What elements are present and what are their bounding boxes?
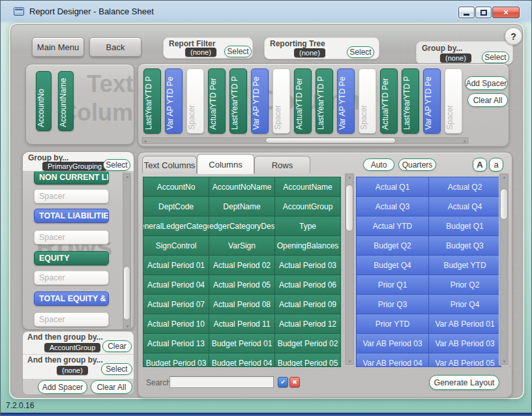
columns-scrollbar[interactable]: ◄ ► — [141, 136, 469, 145]
back-button[interactable]: Back — [89, 37, 141, 57]
group-by-top-select-button[interactable]: Select — [482, 52, 509, 63]
period-field-button[interactable]: Actual YTD — [357, 216, 428, 235]
scroll-down-icon[interactable]: ▼ — [502, 359, 507, 364]
column-field-button[interactable]: Type — [275, 216, 340, 235]
period-field-button[interactable]: Prior Q3 — [357, 295, 428, 314]
period-field-button[interactable]: Budget Q3 — [429, 236, 501, 255]
then-group-2-select-button[interactable]: Select — [101, 363, 132, 375]
scroll-down-icon[interactable]: ▼ — [125, 324, 130, 329]
period-field-button[interactable]: Actual Q3 — [357, 197, 428, 216]
text-column-chip[interactable]: AccountNo — [36, 71, 52, 131]
column-field-button[interactable]: GeneralLedgerCategory — [143, 216, 209, 235]
column-chip[interactable]: LastYearYTD P — [143, 68, 161, 134]
column-chip[interactable]: Var AP YTD Pe — [251, 68, 269, 134]
group-by-select-button[interactable]: Select — [103, 159, 130, 171]
column-field-button[interactable]: Actual Period 06 — [275, 275, 340, 294]
column-field-button[interactable]: Actual Period 05 — [209, 275, 274, 294]
minimize-button[interactable] — [458, 7, 475, 18]
row-group-chip[interactable]: TOTAL EQUITY & LI — [34, 291, 109, 306]
scroll-up-icon[interactable]: ▲ — [125, 174, 130, 179]
period-field-button[interactable]: Prior Q2 — [429, 275, 501, 294]
scroll-up-icon[interactable]: ▲ — [347, 175, 352, 179]
column-field-button[interactable]: Budget Period 03 — [143, 353, 209, 367]
column-field-button[interactable]: Actual Period 08 — [209, 295, 274, 314]
column-field-button[interactable]: AccountNo — [143, 177, 209, 196]
close-button[interactable]: ✕ — [492, 7, 520, 18]
spacer-chip[interactable]: Spacer — [273, 68, 290, 134]
tab-text-columns[interactable]: Text Columns — [142, 156, 197, 173]
period-field-button[interactable]: Budget Q4 — [357, 256, 428, 275]
tab-columns[interactable]: Columns — [197, 154, 254, 174]
column-field-button[interactable]: LedgerCategoryDesc — [209, 216, 274, 235]
fields-scrollbar-thumb[interactable] — [346, 185, 353, 231]
column-field-button[interactable]: Actual Period 02 — [209, 256, 274, 275]
spacer-chip[interactable]: Spacer — [445, 68, 462, 134]
column-chip[interactable]: LastYearYTD P — [229, 68, 247, 134]
column-field-button[interactable]: Budget Period 05 — [275, 353, 340, 367]
period-field-button[interactable]: Var AB Period 03 — [429, 334, 501, 353]
report-filter-select-button[interactable]: Select — [224, 46, 252, 57]
search-clear-button[interactable]: ✖ — [289, 377, 300, 387]
column-field-button[interactable]: Actual Period 09 — [275, 295, 340, 314]
spacer-chip[interactable]: Spacer — [34, 271, 109, 285]
column-chip[interactable]: Var AP YTD Pe — [423, 68, 441, 134]
column-field-button[interactable]: AccountName — [275, 177, 340, 196]
rows-scrollbar-thumb[interactable] — [123, 266, 130, 320]
column-field-button[interactable]: Actual Period 12 — [275, 314, 340, 333]
row-group-chip[interactable]: TOTAL LIABILITIES — [34, 209, 109, 223]
tab-rows[interactable]: Rows — [254, 156, 310, 173]
scroll-down-icon[interactable]: ▼ — [347, 359, 352, 364]
reporting-tree-select-button[interactable]: Select — [347, 46, 374, 58]
fields-scrollbar[interactable]: ▲ ▼ — [344, 173, 355, 366]
column-field-button[interactable]: AccountGroup — [275, 197, 340, 216]
spacer-chip[interactable]: Spacer — [34, 189, 109, 203]
column-field-button[interactable]: VarSign — [209, 236, 274, 255]
column-chip[interactable]: LastYearYTD P — [402, 68, 419, 134]
columns-clear-all-button[interactable]: Clear All — [467, 93, 508, 107]
rows-add-spacer-button[interactable]: Add Spacer — [38, 380, 87, 394]
column-field-button[interactable]: Budget Period 02 — [275, 334, 340, 353]
period-field-button[interactable]: Var AB Period 04 — [357, 353, 428, 367]
period-field-button[interactable]: Actual Q1 — [357, 177, 428, 196]
period-field-button[interactable]: Budget Q1 — [429, 216, 501, 235]
column-field-button[interactable]: DeptCode — [143, 197, 209, 216]
search-input[interactable] — [170, 376, 274, 388]
periods-scrollbar-thumb[interactable] — [500, 188, 508, 220]
column-chip[interactable]: LastYearYTD P — [316, 68, 333, 134]
help-button[interactable]: ? — [505, 27, 522, 45]
rows-scrollbar[interactable]: ▲ ▼ — [122, 172, 132, 330]
column-field-button[interactable]: Budget Period 01 — [209, 334, 274, 353]
period-field-button[interactable]: Var AB Period 05 — [429, 353, 501, 367]
column-field-button[interactable]: Actual Period 04 — [143, 275, 209, 294]
period-field-button[interactable]: Prior Q1 — [357, 275, 428, 294]
period-field-button[interactable]: Prior YTD — [357, 314, 428, 333]
column-field-button[interactable]: Actual Period 03 — [275, 256, 340, 275]
row-group-chip[interactable]: EQUITY — [34, 251, 109, 265]
column-field-button[interactable]: DeptName — [209, 197, 274, 216]
spacer-chip[interactable]: Spacer — [34, 312, 109, 327]
scroll-up-icon[interactable]: ▲ — [502, 175, 507, 179]
uppercase-button[interactable]: A — [473, 158, 487, 171]
scroll-right-icon[interactable]: ► — [463, 139, 467, 143]
spacer-chip[interactable]: Spacer — [34, 230, 109, 245]
column-field-button[interactable]: AccountNoName — [209, 177, 274, 196]
auto-button[interactable]: Auto — [363, 158, 394, 171]
column-chip[interactable]: ActualYTD Per — [208, 68, 226, 134]
rows-clear-all-button[interactable]: Clear All — [91, 380, 132, 394]
row-group-chip[interactable]: NON CURRENT LIA — [34, 170, 109, 185]
period-field-button[interactable]: Budget Q2 — [357, 236, 428, 255]
then-group-1-clear-button[interactable]: Clear — [102, 340, 132, 352]
spacer-chip[interactable]: Spacer — [186, 68, 204, 134]
period-field-button[interactable]: Actual Q2 — [429, 177, 501, 196]
period-field-button[interactable]: Var AB Period 03 — [357, 334, 428, 353]
column-field-button[interactable]: Actual Period 07 — [143, 295, 209, 314]
column-chip[interactable]: ActualYTD Per — [380, 68, 398, 134]
generate-layout-button[interactable]: Generate Layout — [429, 375, 499, 390]
column-field-button[interactable]: Actual Period 01 — [143, 256, 209, 275]
period-field-button[interactable]: Var AB Period 01 — [429, 314, 501, 333]
quarters-button[interactable]: Quarters — [398, 158, 436, 171]
columns-scrollbar-thumb[interactable] — [265, 138, 396, 143]
column-field-button[interactable]: Actual Period 11 — [209, 314, 274, 333]
periods-scrollbar[interactable]: ▲ ▼ — [499, 173, 509, 366]
text-column-chip[interactable]: AccountName — [58, 71, 74, 131]
